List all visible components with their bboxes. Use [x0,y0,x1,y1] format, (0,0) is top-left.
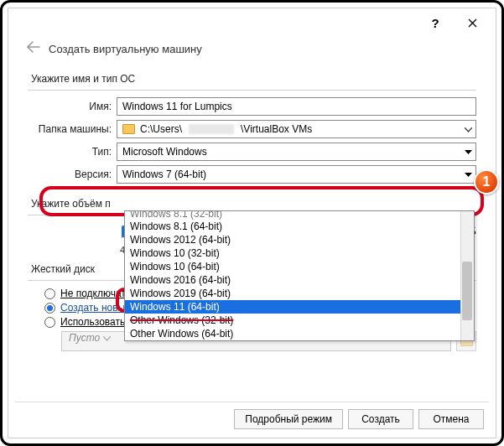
create-button[interactable]: Создать [348,409,413,429]
dialog-frame: ? Создать виртуальную машину Укажите имя… [0,0,504,446]
titlebar: ? [8,8,496,37]
group-os-legend: Укажите имя и тип ОС [31,73,476,85]
existing-disk-placeholder: Пусто [69,332,100,344]
dropdown-item[interactable]: Windows 11 (64-bit) [125,300,474,314]
dropdown-item[interactable]: Windows 2016 (64-bit) [125,273,474,287]
dropdown-item[interactable]: Windows 2019 (64-bit) [125,287,474,300]
os-type-value: Microsoft Windows [122,146,207,158]
dropdown-item[interactable]: Other Windows (32-bit) [125,314,474,327]
folder-label: Папка машины: [28,123,117,135]
dropdown-item[interactable]: Windows 8.1 (64-bit) [125,220,474,233]
dropdown-item[interactable]: Other Windows (64-bit) [125,327,474,340]
scrollbar-thumb[interactable] [462,262,472,320]
radio-icon [44,288,55,299]
name-label: Имя: [28,101,117,112]
wizard-header: Создать виртуальную машину [8,37,496,67]
folder-icon [122,124,135,134]
folder-path-prefix: C:\Users\ [140,123,182,135]
dropdown-item[interactable]: Windows 2012 (64-bit) [125,233,474,246]
chevron-down-icon [465,123,472,135]
version-label: Версия: [28,169,117,180]
radio-icon [44,303,55,314]
chevron-down-icon [103,332,111,344]
chevron-down-icon [465,169,472,180]
dropdown-item[interactable]: Windows 8.1 (32-bit) [125,211,474,220]
detailed-mode-button[interactable]: Подробный режим [234,409,343,429]
close-button[interactable] [454,10,491,35]
version-dropdown[interactable]: Windows 8.1 (32-bit)Windows 8.1 (64-bit)… [124,210,475,341]
group-memory-legend: Укажите объём п [31,198,476,210]
os-type-combo[interactable]: Microsoft Windows [117,143,476,161]
machine-folder-combo[interactable]: C:\Users\ \VirtualBox VMs [117,120,476,138]
folder-path-suffix: \VirtualBox VMs [241,123,312,135]
os-version-combo[interactable]: Windows 7 (64-bit) [117,165,476,184]
radio-icon [44,317,55,328]
help-button[interactable]: ? [417,10,454,35]
back-arrow-icon[interactable] [27,40,40,57]
chevron-down-icon [465,146,472,158]
type-label: Тип: [28,146,117,158]
dialog-footer: Подробный режим Создать Отмена [234,409,484,429]
dropdown-item[interactable]: Windows 10 (32-bit) [125,246,474,260]
folder-path-user-blur [189,124,234,134]
dropdown-item[interactable]: Windows 10 (64-bit) [125,260,474,273]
group-os: Укажите имя и тип ОС Имя: Папка машины: … [27,70,477,189]
os-version-value: Windows 7 (64-bit) [122,169,206,180]
annotation-badge-1: 1 [474,169,499,194]
wizard-title: Создать виртуальную машину [49,43,202,55]
cancel-button[interactable]: Отмена [418,409,484,429]
dropdown-scrollbar[interactable] [460,211,474,340]
dialog-inner: ? Создать виртуальную машину Укажите имя… [8,8,496,438]
name-input[interactable] [117,97,476,116]
